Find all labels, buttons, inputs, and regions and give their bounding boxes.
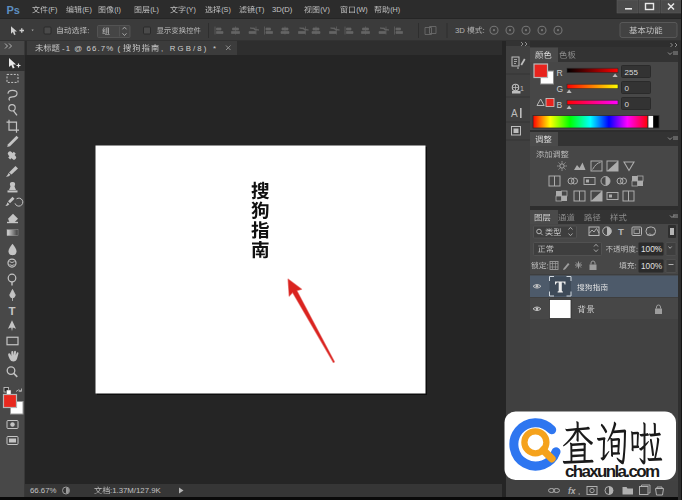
svg-text:(S): (S)	[221, 5, 231, 14]
svg-text:G: G	[557, 84, 564, 94]
svg-text:R: R	[557, 68, 563, 78]
svg-text:Ps: Ps	[7, 4, 20, 16]
svg-text:100%: 100%	[641, 244, 663, 254]
svg-text:(W): (W)	[356, 5, 368, 14]
svg-text:100%: 100%	[641, 261, 663, 271]
svg-text:(Y): (Y)	[186, 5, 196, 14]
svg-text:3D: 3D	[455, 26, 465, 35]
svg-text::1.37M/127.9K: :1.37M/127.9K	[110, 486, 162, 495]
svg-text:66.67%: 66.67%	[30, 486, 57, 495]
svg-text:T: T	[9, 305, 16, 317]
svg-text:(F): (F)	[48, 5, 57, 14]
svg-text:1: 1	[520, 85, 524, 92]
svg-text:(H): (H)	[390, 5, 400, 14]
svg-text:0: 0	[625, 100, 630, 109]
svg-text:B: B	[557, 100, 563, 110]
svg-text:(V): (V)	[320, 5, 330, 14]
svg-text:(T): (T)	[255, 5, 264, 14]
svg-text:(E): (E)	[82, 5, 92, 14]
svg-text:A: A	[511, 108, 518, 119]
svg-text:chaxunla.com: chaxunla.com	[565, 462, 660, 481]
svg-text:255: 255	[625, 68, 639, 77]
svg-text:fx: fx	[568, 486, 577, 496]
svg-text:3D(D): 3D(D)	[272, 5, 293, 14]
svg-text:(I): (I)	[114, 5, 121, 14]
svg-text:, RGB/8) *: , RGB/8) *	[161, 44, 216, 53]
svg-text:0: 0	[625, 84, 630, 93]
svg-text:T: T	[618, 226, 624, 237]
svg-text:(L): (L)	[150, 5, 159, 14]
svg-text:-1 @ 66.7% (: -1 @ 66.7% (	[62, 44, 120, 53]
